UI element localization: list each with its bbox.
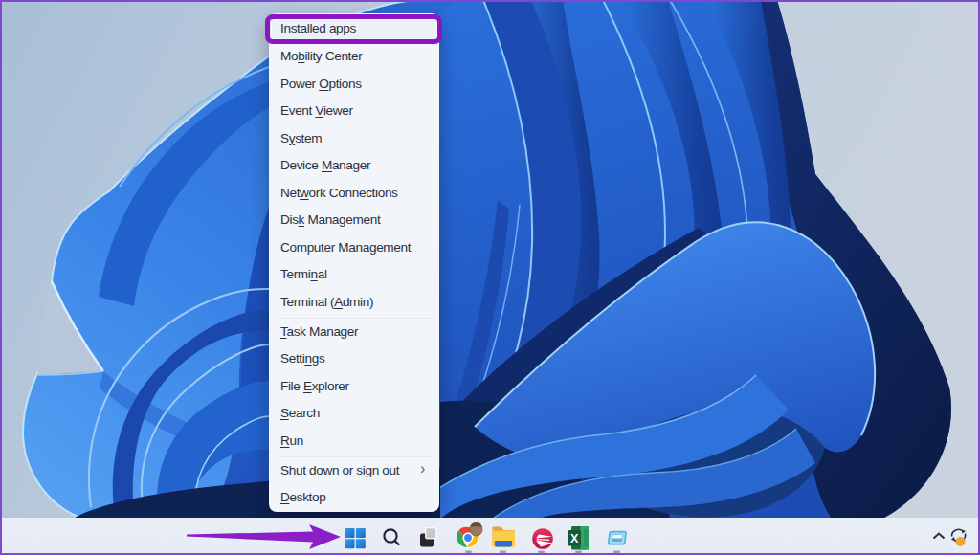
svg-text:X: X: [570, 532, 579, 545]
